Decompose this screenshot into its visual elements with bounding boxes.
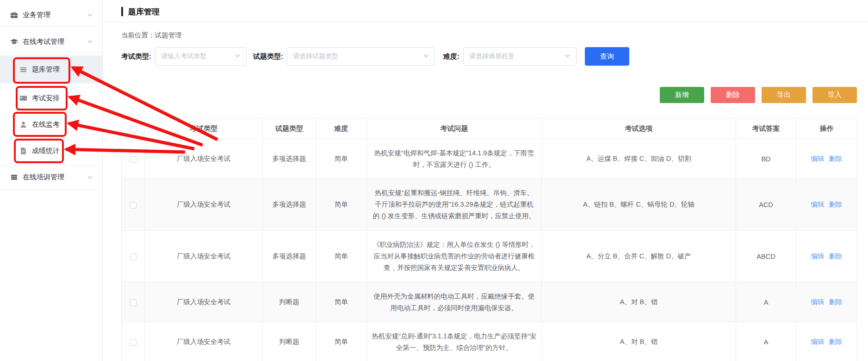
table-row: 厂级入场安全考试 多项选择题 简单 热机安规“起重和搬运-钢丝绳、纤维绳、吊钩、… [122, 179, 857, 231]
cell-options: A、运煤 B、焊接 C、卸油 D、切割 [542, 139, 736, 179]
cell-options: A、对 B、错 [542, 282, 736, 322]
header-question: 考试问题 [367, 119, 542, 139]
cell-select [122, 282, 145, 322]
cell-actions: 编辑删除 [796, 282, 857, 322]
header-difficulty: 难度 [316, 119, 367, 139]
edit-link[interactable]: 编辑 [811, 201, 825, 208]
sidebar-item-online-proctoring[interactable]: 在线监考 [0, 112, 102, 137]
sidebar-item-label: 成绩统计 [32, 147, 60, 155]
row-checkbox[interactable] [130, 339, 136, 346]
cell-question: 热机安规“电焊和气焊-基本规定”14.1.9条规定，下雨雪时，不宜露天进行 ()… [367, 139, 542, 179]
table-header-row: 考试类型 试题类型 难度 考试问题 考试选项 考试答案 操作 [122, 119, 857, 139]
import-button[interactable]: 导入 [812, 87, 857, 103]
sidebar-item-label: 在线监考 [32, 120, 60, 129]
sidebar-item-label: 在线考试管理 [23, 37, 64, 46]
cell-select [122, 179, 145, 231]
sidebar-item-online-training-management[interactable]: 在线培训管理 [0, 165, 102, 189]
server-icon [10, 173, 18, 181]
edit-link[interactable]: 编辑 [811, 155, 825, 162]
cell-difficulty: 简单 [316, 179, 367, 231]
row-checkbox[interactable] [130, 254, 136, 260]
cell-difficulty: 简单 [316, 322, 367, 361]
table-row: 厂级入场安全考试 多项选择题 简单 《职业病防治法》规定：用人单位在发生 () … [122, 231, 857, 282]
chevron-down-icon [235, 52, 241, 61]
sidebar-item-business-management[interactable]: 业务管理 [0, 4, 102, 26]
exam-type-select[interactable]: 请输入考试类型 [155, 47, 247, 66]
header-options: 考试选项 [542, 119, 736, 139]
delete-button[interactable]: 删除 [711, 87, 755, 103]
add-button[interactable]: 新增 [660, 87, 704, 103]
toolbar: 新增 删除 导出 导入 [121, 87, 857, 103]
cell-actions: 编辑删除 [796, 322, 857, 361]
briefcase-icon [10, 11, 18, 19]
sidebar-item-online-exam-management[interactable]: 在线考试管理 [0, 31, 102, 53]
chevron-down-icon [423, 52, 429, 61]
cell-answer: BD [736, 139, 796, 179]
table-row: 厂级入场安全考试 判断题 简单 使用外壳为金属材料的电动工具时，应戴绝缘手套。使… [122, 282, 857, 322]
list-icon [19, 66, 27, 73]
header-question-type: 试题类型 [263, 119, 316, 139]
cell-difficulty: 简单 [316, 282, 367, 322]
cell-options: A、链扣 B、螺杆 C、蜗母轮 D、轮轴 [542, 179, 736, 231]
delete-link[interactable]: 删除 [829, 338, 843, 345]
sidebar: 业务管理 在线考试管理 题库管理 考试安排 在线监考 [0, 0, 103, 361]
sidebar-item-score-statistics[interactable]: 成绩统计 [0, 139, 102, 163]
edit-link[interactable]: 编辑 [811, 252, 825, 260]
cell-actions: 编辑删除 [796, 231, 857, 282]
cell-question: 使用外壳为金属材料的电动工具时，应戴绝缘手套。使用电动工具时，必须同时使用漏电保… [367, 282, 542, 322]
cell-answer: A [736, 322, 796, 361]
graduation-cap-icon [10, 38, 18, 46]
difficulty-filter-label: 难度: [443, 52, 459, 61]
header-actions: 操作 [796, 119, 857, 139]
document-icon [19, 147, 27, 155]
delete-link[interactable]: 删除 [829, 155, 843, 162]
delete-link[interactable]: 删除 [829, 298, 843, 306]
edit-link[interactable]: 编辑 [811, 298, 825, 306]
cell-question-type: 判断题 [263, 282, 316, 322]
chevron-down-icon [87, 12, 93, 18]
delete-link[interactable]: 删除 [829, 252, 843, 260]
difficulty-placeholder: 请选择难易程度 [469, 52, 515, 61]
row-checkbox[interactable] [130, 202, 136, 208]
export-button[interactable]: 导出 [762, 87, 806, 103]
cell-select [122, 322, 145, 361]
sidebar-item-exam-schedule[interactable]: 考试安排 [0, 86, 102, 110]
sidebar-item-label: 在线培训管理 [23, 173, 64, 182]
header-exam-type: 考试类型 [145, 119, 263, 139]
row-checkbox[interactable] [130, 156, 136, 163]
edit-link[interactable]: 编辑 [811, 338, 825, 345]
question-type-placeholder: 请选择试题类型 [293, 52, 338, 61]
search-button[interactable]: 查询 [585, 47, 629, 66]
sidebar-item-question-bank[interactable]: 题库管理 [0, 55, 102, 83]
cell-options: A、对 B、错 [542, 322, 736, 361]
question-table: 考试类型 试题类型 难度 考试问题 考试选项 考试答案 操作 厂级入场安全考试 … [121, 118, 857, 361]
page-title: 题库管理 [128, 6, 160, 17]
header-answer: 考试答案 [736, 119, 796, 139]
cell-select [122, 231, 145, 282]
sidebar-item-label: 题库管理 [32, 65, 60, 74]
sidebar-item-label: 考试安排 [32, 94, 60, 103]
cell-select [122, 139, 145, 179]
difficulty-select[interactable]: 请选择难易程度 [463, 47, 577, 66]
sidebar-divider [0, 26, 102, 26]
cell-question-type: 判断题 [263, 322, 316, 361]
cell-exam-type: 厂级入场安全考试 [145, 322, 263, 361]
delete-link[interactable]: 删除 [829, 201, 843, 208]
cell-answer: A [736, 282, 796, 322]
sidebar-divider [0, 190, 102, 190]
cell-actions: 编辑删除 [796, 139, 857, 179]
main-content: 题库管理 当前位置：试题管理 考试类型: 请输入考试类型 试题类型: 请选择试题… [103, 0, 868, 361]
cell-question: 《职业病防治法》规定：用人单位在发生 () 等情形时，应当对从事接触职业病危害的… [367, 231, 542, 282]
select-all-checkbox[interactable] [130, 126, 136, 133]
cell-question-type: 多项选择题 [263, 139, 316, 179]
row-checkbox[interactable] [130, 300, 136, 306]
question-type-select[interactable]: 请选择试题类型 [287, 47, 435, 66]
cell-difficulty: 简单 [316, 231, 367, 282]
cell-exam-type: 厂级入场安全考试 [145, 179, 263, 231]
cell-answer: ACD [736, 179, 796, 231]
exam-type-filter-label: 考试类型: [121, 52, 151, 61]
header-divider [103, 22, 868, 23]
filter-bar: 考试类型: 请输入考试类型 试题类型: 请选择试题类型 难度: 请选择难易程度 … [121, 47, 857, 66]
table-row: 厂级入场安全考试 判断题 简单 热机安规“总则-通则”3.1.1条规定，电力生产… [122, 322, 857, 361]
exam-type-placeholder: 请输入考试类型 [161, 52, 206, 61]
